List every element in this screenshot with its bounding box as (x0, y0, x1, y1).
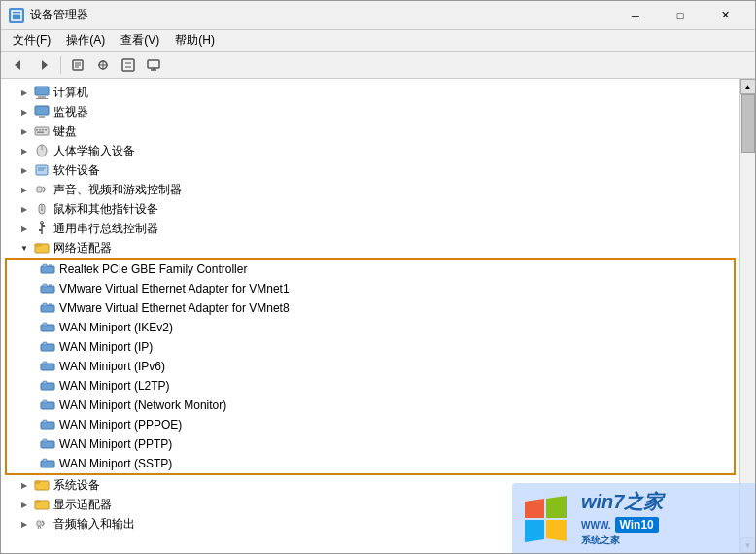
toggle-software[interactable]: ▶ (17, 162, 32, 178)
windows7-logo (520, 492, 573, 545)
svg-rect-64 (43, 400, 47, 403)
win10-badge: Win10 (615, 517, 659, 533)
toggle-audio-io[interactable]: ▶ (17, 516, 32, 532)
net-item-wan-l2tp[interactable]: WAN Miniport (L2TP) (7, 376, 734, 396)
label-audio: 声音、视频和游戏控制器 (52, 182, 182, 198)
tree-item-software[interactable]: ▶ 软件设备 (1, 160, 739, 180)
net-item-wan-pppoe[interactable]: WAN Miniport (PPPOE) (7, 415, 734, 434)
svg-line-77 (40, 526, 41, 529)
window-icon (9, 8, 24, 23)
toggle-usb[interactable]: ▶ (17, 221, 32, 236)
properties-button[interactable] (66, 54, 89, 76)
toggle-mouse[interactable]: ▶ (17, 201, 32, 217)
system-icon (34, 477, 50, 493)
keyboard-icon (34, 123, 50, 139)
net-item-wan-ipv6[interactable]: WAN Miniport (IPv6) (7, 357, 734, 376)
svg-point-36 (41, 209, 43, 211)
network-adapter-icon-3 (40, 300, 55, 316)
toggle-system[interactable]: ▶ (17, 477, 32, 493)
tree-item-usb[interactable]: ▶ 通用串行总线控制器 (1, 219, 739, 238)
net-item-vmnet1[interactable]: VMware Virtual Ethernet Adapter for VMne… (7, 279, 734, 298)
svg-rect-38 (39, 229, 42, 231)
content-wrapper: ▶ 计算机 ▶ (1, 79, 755, 553)
tree-item-monitor[interactable]: ▶ 监视器 (1, 102, 739, 121)
menu-view[interactable]: 查看(V) (113, 30, 167, 51)
network-adapter-icon-8 (40, 398, 55, 413)
menu-action[interactable]: 操作(A) (58, 30, 113, 51)
svg-marker-3 (42, 60, 48, 70)
www-text: WWW. (581, 520, 611, 531)
label-wan-pptp: WAN Miniport (PPTP) (57, 437, 172, 451)
net-item-wan-sstp[interactable]: WAN Miniport (SSTP) (7, 454, 734, 473)
svg-rect-18 (38, 96, 46, 98)
audio-icon (34, 182, 50, 197)
toggle-display[interactable]: ▶ (17, 497, 32, 512)
menu-help[interactable]: 帮助(H) (167, 30, 223, 51)
toggle-network[interactable]: ▼ (17, 240, 32, 256)
scrollbar[interactable]: ▲ ▼ (739, 79, 755, 553)
scan-button[interactable] (91, 54, 115, 76)
net-item-wan-ikev2[interactable]: WAN Miniport (IKEv2) (7, 318, 734, 337)
network-adapter-icon-4 (40, 320, 55, 335)
toggle-audio[interactable]: ▶ (17, 182, 32, 197)
label-vmnet1: VMware Virtual Ethernet Adapter for VMne… (57, 282, 290, 295)
label-mouse: 鼠标和其他指针设备 (52, 201, 158, 218)
win7-brand: win7之家 (581, 489, 663, 515)
software-icon (34, 162, 50, 178)
toggle-hid[interactable]: ▶ (17, 143, 32, 158)
display-icon (34, 497, 50, 512)
toggle-keyboard[interactable]: ▶ (17, 123, 32, 139)
net-item-wan-netmon[interactable]: WAN Miniport (Network Monitor) (7, 396, 734, 415)
network-adapter-icon-5 (40, 339, 55, 355)
menu-file[interactable]: 文件(F) (5, 30, 58, 51)
back-button[interactable] (7, 54, 30, 76)
watermark-text-block: win7之家 WWW. Win10 系统之家 (581, 489, 663, 547)
svg-rect-26 (45, 129, 47, 131)
tree-item-network[interactable]: ▼ 网络适配器 (1, 238, 739, 258)
display-button[interactable] (142, 54, 165, 76)
svg-rect-11 (122, 59, 134, 71)
toolbar-separator-1 (60, 56, 61, 74)
tree-item-hid[interactable]: ▶ 人体学输入设备 (1, 141, 739, 160)
svg-rect-24 (39, 129, 41, 131)
tree-item-mouse[interactable]: ▶ 鼠标和其他指针设备 (1, 199, 739, 219)
toggle-computer[interactable]: ▶ (17, 85, 32, 100)
label-wan-ip: WAN Miniport (IP) (57, 340, 153, 354)
svg-rect-23 (36, 129, 38, 131)
toggle-monitor[interactable]: ▶ (17, 104, 32, 120)
forward-button[interactable] (32, 54, 55, 76)
net-item-wan-pptp[interactable]: WAN Miniport (PPTP) (7, 434, 734, 454)
close-button[interactable]: ✕ (703, 1, 747, 30)
update-button[interactable] (117, 54, 140, 76)
label-wan-sstp: WAN Miniport (SSTP) (57, 457, 172, 470)
tree-item-computer[interactable]: ▶ 计算机 (1, 83, 739, 102)
tree-item-audio[interactable]: ▶ 声音、视频和游戏控制器 (1, 180, 739, 199)
computer-icon (34, 85, 50, 100)
device-tree[interactable]: ▶ 计算机 ▶ (1, 79, 739, 553)
tree-item-keyboard[interactable]: ▶ 键盘 (1, 121, 739, 141)
label-vmnet8: VMware Virtual Ethernet Adapter for VMne… (57, 301, 290, 315)
minimize-button[interactable]: ─ (613, 1, 658, 30)
net-item-wan-ip[interactable]: WAN Miniport (IP) (7, 337, 734, 357)
label-audio-io: 音频输入和输出 (52, 516, 135, 533)
svg-rect-17 (35, 87, 49, 95)
svg-rect-0 (12, 11, 21, 20)
svg-rect-60 (43, 362, 47, 364)
svg-rect-56 (43, 323, 47, 326)
net-item-vmnet8[interactable]: VMware Virtual Ethernet Adapter for VMne… (7, 298, 734, 318)
label-wan-netmon: WAN Miniport (Network Monitor) (57, 398, 226, 412)
scroll-thumb[interactable] (741, 94, 755, 153)
watermark: win7之家 WWW. Win10 系统之家 (512, 483, 755, 553)
win10-text: Win10 (620, 518, 654, 532)
svg-rect-39 (42, 225, 45, 227)
svg-marker-2 (15, 60, 20, 70)
label-system: 系统设备 (52, 477, 100, 494)
network-adapter-icon-6 (40, 359, 55, 374)
svg-rect-25 (42, 129, 44, 131)
mouse-icon (34, 201, 50, 217)
svg-rect-75 (37, 521, 41, 526)
net-item-realtek[interactable]: Realtek PCIe GBE Family Controller (7, 260, 734, 279)
maximize-button[interactable]: □ (658, 1, 703, 30)
scroll-track (740, 94, 755, 537)
scroll-up-button[interactable]: ▲ (740, 79, 756, 94)
